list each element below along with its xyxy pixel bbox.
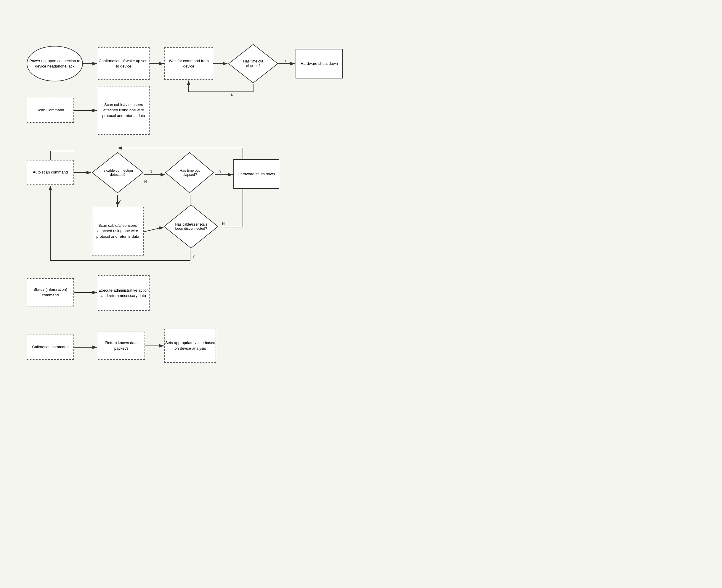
scan-cable-1-shape: Scan cable/s/ sensor/s attached using on… [98, 86, 149, 135]
label-n-cable: N [149, 169, 152, 173]
calibration-shape: Calibration command [27, 335, 74, 360]
auto-scan-shape: Auto scan command [27, 160, 74, 185]
is-cable-detected-shape: Is cable connection detected? [92, 152, 144, 193]
hardware-shuts-1-shape: Hardware shuts down [295, 49, 343, 79]
scan-command-label: Scan Command [37, 107, 64, 113]
wait-command-shape: Wait for command from device [164, 47, 213, 80]
execute-admin-label: Execute administrative action and return… [98, 288, 149, 298]
sets-appropriate-label: Sets appropriate value based on device a… [165, 340, 215, 351]
scan-cable-1-label: Scan cable/s/ sensor/s attached using on… [98, 102, 149, 119]
label-y1: Y [284, 58, 287, 62]
confirmation-label: Confirmation of wake up sent to device [98, 58, 149, 69]
has-timeout-1-shape: Has time out elapsed? [228, 44, 279, 84]
cable-disconnected-shape: Has cable/ssensor/s been disconnected? [164, 204, 219, 249]
hardware-shuts-2-shape: Hardware shuts down [233, 159, 279, 189]
has-timeout-2-shape: Has time out elapsed? [165, 152, 214, 193]
timeout2-label: Has time out elapsed? [180, 168, 200, 177]
power-up-label: Power up, upon connection to device head… [27, 58, 82, 69]
cable-detected-label: Is cable connection detected? [102, 168, 133, 177]
auto-scan-label: Auto scan command [33, 170, 68, 175]
label-y-cable: Y [119, 200, 121, 204]
calibration-label: Calibration command [32, 344, 69, 350]
timeout1-label: Has time out elapsed? [243, 59, 263, 68]
confirmation-shape: Confirmation of wake up sent to device [98, 47, 149, 80]
svg-line-14 [144, 227, 164, 232]
scan-cable-2-shape: Scan cable/s/ sensor/s attached using on… [92, 207, 144, 255]
hardware-shuts-2-label: Hardware shuts down [238, 171, 275, 177]
scan-cable-2-label: Scan cable/s/ sensor/s attached using on… [92, 223, 143, 239]
label-y-timeout2: Y [219, 169, 222, 173]
return-known-label: Return known data packet/s [98, 340, 145, 351]
execute-admin-shape: Execute administrative action and return… [98, 275, 149, 311]
label-n1: N [231, 93, 234, 97]
label-n-disconnected: N [222, 222, 225, 226]
hardware-shuts-1-label: Hardware shuts down [301, 61, 338, 66]
flowchart-diagram: Y N Y N N Y Y N [0, 0, 722, 588]
label-n-cable2: N [144, 180, 147, 184]
return-known-shape: Return known data packet/s [98, 332, 145, 360]
status-command-shape: Status (infomration) command [27, 278, 74, 307]
disconnected-label: Has cable/ssensor/s been disconnected? [175, 222, 207, 231]
sets-appropriate-shape: Sets appropriate value based on device a… [164, 329, 216, 363]
wait-command-label: Wait for command from device [165, 58, 213, 69]
label-y-disconnected: Y [192, 254, 195, 258]
status-command-label: Status (infomration) command [27, 287, 74, 297]
scan-command-shape: Scan Command [27, 98, 74, 123]
power-up-shape: Power up, upon connection to device head… [27, 46, 83, 81]
